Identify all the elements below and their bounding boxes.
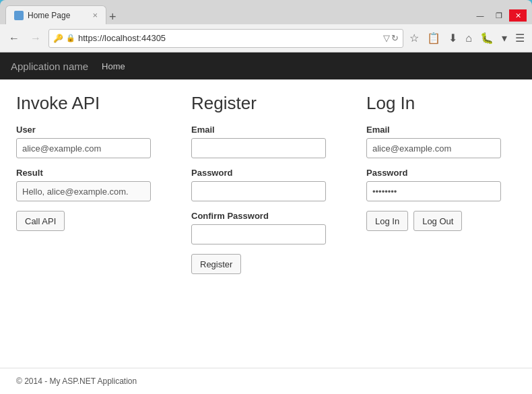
call-api-button[interactable]: Call API [16,211,65,231]
back-btn[interactable]: ← [5,30,23,47]
logout-button[interactable]: Log Out [413,211,462,231]
login-password-input[interactable] [366,181,501,201]
window-controls: — ❐ ✕ [471,9,527,22]
footer-text: © 2014 - My ASP.NET Application [16,376,137,386]
register-confirm-label: Confirm Password [191,211,326,221]
columns: Invoke API User Result Call API Register [16,93,516,354]
refresh-btn[interactable]: ↻ [391,33,399,43]
browser-tab[interactable]: Home Page × [5,5,106,24]
hamburger-menu-icon[interactable]: ☰ [513,30,527,46]
app-window: Application name Home Invoke API User Re… [0,53,532,394]
register-title: Register [191,93,326,114]
register-password-label: Password [191,168,326,178]
invoke-api-section: Invoke API User Result Call API [16,93,151,354]
restore-btn[interactable]: ❐ [490,9,508,22]
tab-close-btn[interactable]: × [92,10,98,20]
tab-title: Home Page [28,11,70,20]
app-navbar: Application name Home [0,53,532,79]
login-password-label: Password [366,168,501,178]
bug-icon[interactable]: 🐛 [478,30,496,46]
register-email-input[interactable] [191,138,326,158]
login-button[interactable]: Log In [366,211,408,231]
result-input [16,181,151,201]
login-password-group: Password [366,168,501,201]
minimize-btn[interactable]: — [471,9,489,22]
result-label: Result [16,168,151,178]
user-input[interactable] [16,138,151,158]
address-bar-container: 🔑 🔒 ▽ ↻ [48,29,403,48]
register-confirm-group: Confirm Password [191,211,326,244]
home-icon[interactable]: ⌂ [463,30,474,46]
login-email-input[interactable] [366,138,501,158]
dropdown-arrow[interactable]: ▽ [383,33,390,43]
register-confirm-input[interactable] [191,224,326,244]
forward-btn[interactable]: → [27,30,44,47]
login-btn-row: Log In Log Out [366,211,501,231]
login-email-label: Email [366,125,501,135]
browser-titlebar: Home Page × + — ❐ ✕ [0,0,532,24]
app-footer: © 2014 - My ASP.NET Application [0,368,532,394]
register-password-input[interactable] [191,181,326,201]
register-password-group: Password [191,168,326,201]
lock-padlock: 🔒 [66,34,75,42]
login-title: Log In [366,93,501,114]
invoke-api-title: Invoke API [16,93,151,114]
tab-favicon [14,11,24,20]
lock-icon: 🔑 [53,34,63,43]
register-button[interactable]: Register [191,254,241,274]
user-label: User [16,125,151,135]
login-email-group: Email [366,125,501,158]
clipboard-icon[interactable]: 📋 [425,30,442,46]
download-icon[interactable]: ⬇ [446,30,459,46]
app-content: Invoke API User Result Call API Register [0,79,532,368]
nav-home-link[interactable]: Home [102,61,125,71]
close-btn[interactable]: ✕ [509,9,527,22]
app-brand: Application name [11,61,88,72]
register-email-label: Email [191,125,326,135]
bookmarks-star-icon[interactable]: ☆ [407,30,421,46]
login-section: Log In Email Password Log In Log Out [366,93,501,354]
result-field-group: Result [16,168,151,201]
menu-dropdown-icon[interactable]: ▾ [500,30,509,46]
register-section: Register Email Password Confirm Password… [191,93,326,354]
new-tab-btn[interactable]: + [109,11,117,23]
address-bar-actions: ▽ ↻ [383,33,399,43]
user-field-group: User [16,125,151,158]
toolbar-icons: ☆ 📋 ⬇ ⌂ 🐛 ▾ ☰ [407,30,527,46]
address-input[interactable] [78,33,380,43]
register-email-group: Email [191,125,326,158]
browser-window: Home Page × + — ❐ ✕ ← → 🔑 🔒 ▽ ↻ ☆ 📋 ⬇ ⌂ … [0,0,532,394]
browser-toolbar: ← → 🔑 🔒 ▽ ↻ ☆ 📋 ⬇ ⌂ 🐛 ▾ ☰ [0,24,532,53]
